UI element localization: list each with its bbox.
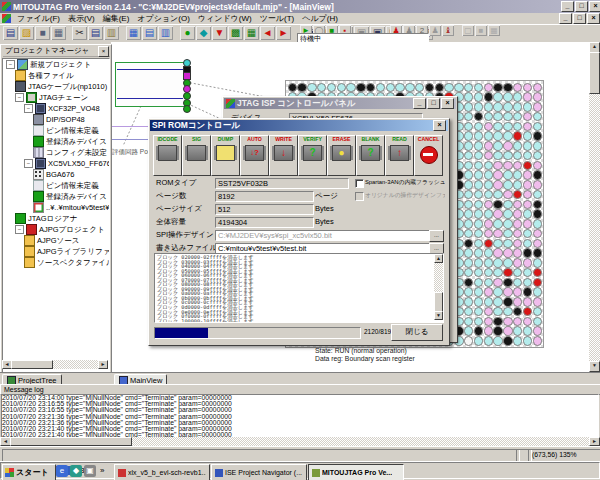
scroll-thumb[interactable] xyxy=(434,292,443,312)
bga-pin[interactable] xyxy=(533,112,543,122)
bga-pin[interactable] xyxy=(533,200,543,210)
bga-pin[interactable] xyxy=(464,102,474,112)
bga-pin[interactable] xyxy=(503,326,513,336)
bga-pin[interactable] xyxy=(533,326,543,336)
bga-pin[interactable] xyxy=(474,122,484,132)
bga-pin[interactable] xyxy=(533,190,543,200)
bga-pin[interactable] xyxy=(533,170,543,180)
spi-log-listbox[interactable]: ブロック 020000-02ffffを消去しますブロック 030000-03ff… xyxy=(154,253,444,323)
tree-expander-icon[interactable]: − xyxy=(15,225,24,234)
project-panel-close-icon[interactable]: × xyxy=(98,46,109,57)
bga-pin[interactable] xyxy=(484,326,494,336)
menu-item[interactable]: ファイル(F) xyxy=(13,13,64,24)
bga-pin[interactable] xyxy=(493,200,503,210)
bga-pin[interactable] xyxy=(464,190,474,200)
tree-expander-icon[interactable]: − xyxy=(24,104,33,113)
tree-item[interactable]: AJPGライブラリファイル xyxy=(3,246,109,257)
bga-pin[interactable] xyxy=(493,161,503,171)
bga-pin[interactable] xyxy=(493,180,503,190)
stop-scan-icon[interactable]: ▼ xyxy=(212,26,227,40)
bga-pin[interactable] xyxy=(346,83,356,93)
bga-pin[interactable] xyxy=(464,287,474,297)
bga-pin[interactable] xyxy=(484,131,494,141)
window-tile-icon[interactable]: ▦ xyxy=(126,26,141,40)
bga-pin[interactable] xyxy=(503,141,513,151)
bga-pin[interactable] xyxy=(503,219,513,229)
tree-item[interactable]: 各種ファイル xyxy=(3,70,109,81)
project-tree-hscrollbar[interactable]: ◄ ► xyxy=(2,360,108,369)
bga-pin[interactable] xyxy=(503,200,513,210)
message-log-hscrollbar[interactable]: ◄ ► xyxy=(0,437,600,446)
spi-design-field[interactable]: C:¥MJ2DEV¥sys¥spi_xc5vlx50.bit xyxy=(215,230,431,241)
window-cascade-icon[interactable]: ▤ xyxy=(142,26,157,40)
bga-pin[interactable] xyxy=(513,83,523,93)
bga-pin[interactable] xyxy=(493,190,503,200)
bga-pin[interactable] xyxy=(533,141,543,151)
bga-pin[interactable] xyxy=(503,268,513,278)
bga-pin[interactable] xyxy=(523,317,533,327)
isp-maximize-button[interactable]: □ xyxy=(427,98,440,109)
bga-pin[interactable] xyxy=(493,307,503,317)
bga-pin[interactable] xyxy=(484,83,494,93)
save-icon[interactable]: ■ xyxy=(35,26,50,40)
bga-pin[interactable] xyxy=(533,92,543,102)
tree-item[interactable]: −XC5VLX50_FF676 xyxy=(3,158,109,169)
bga-pin[interactable] xyxy=(474,141,484,151)
dump-button[interactable]: DUMP xyxy=(211,135,240,176)
bga-pin[interactable] xyxy=(513,180,523,190)
bga-pin[interactable] xyxy=(464,297,474,307)
maximize-button[interactable]: □ xyxy=(575,1,588,12)
bga-pin[interactable] xyxy=(484,122,494,132)
bga-pin[interactable] xyxy=(513,122,523,132)
bga-pin[interactable] xyxy=(327,83,337,93)
menu-item[interactable]: オプション(O) xyxy=(133,13,194,24)
bga-pin[interactable] xyxy=(484,278,494,288)
bga-pin[interactable] xyxy=(474,170,484,180)
bga-pin[interactable] xyxy=(503,307,513,317)
bga-pin[interactable] xyxy=(503,131,513,141)
bga-pin[interactable] xyxy=(493,258,503,268)
page-count-field[interactable]: 8192 xyxy=(215,191,314,202)
bga-pin[interactable] xyxy=(484,268,494,278)
bga-pin[interactable] xyxy=(493,151,503,161)
tree-item[interactable]: −新規プロジェクト xyxy=(3,59,109,70)
bga-pin[interactable] xyxy=(503,239,513,249)
tree-item[interactable]: −AJPGプロジェクト xyxy=(3,224,109,235)
bga-pin[interactable] xyxy=(484,200,494,210)
bga-pin[interactable] xyxy=(523,200,533,210)
bga-pin[interactable] xyxy=(533,278,543,288)
idcode-button[interactable]: IDCODE xyxy=(153,135,182,176)
bga-pin[interactable] xyxy=(464,83,474,93)
new-icon[interactable]: ▤ xyxy=(3,26,18,40)
bga-pin[interactable] xyxy=(533,209,543,219)
bga-pin[interactable] xyxy=(474,317,484,327)
bga-pin[interactable] xyxy=(523,141,533,151)
bga-pin[interactable] xyxy=(493,278,503,288)
bga-pin[interactable] xyxy=(533,102,543,112)
bga-pin[interactable] xyxy=(533,83,543,93)
probe-icon[interactable]: ◆ xyxy=(196,26,211,40)
bga-pin[interactable] xyxy=(533,161,543,171)
bga-pin[interactable] xyxy=(513,219,523,229)
media-icon[interactable]: ▣ xyxy=(84,465,96,477)
bga-pin[interactable] xyxy=(493,248,503,258)
isp-close-button[interactable]: × xyxy=(441,98,454,109)
bga-pin[interactable] xyxy=(493,336,503,346)
bga-pin[interactable] xyxy=(533,248,543,258)
original-design-checkbox[interactable] xyxy=(355,192,364,201)
bga-pin[interactable] xyxy=(533,239,543,249)
bga-pin[interactable] xyxy=(523,170,533,180)
bga-pin[interactable] xyxy=(533,287,543,297)
scroll-right-icon[interactable]: ► xyxy=(98,360,108,369)
cancel-button[interactable]: CANCEL xyxy=(414,135,443,176)
tree-expander-icon[interactable]: − xyxy=(6,60,15,69)
bga-pin[interactable] xyxy=(493,229,503,239)
bga-pin[interactable] xyxy=(474,131,484,141)
bga-pin[interactable] xyxy=(503,83,513,93)
bga-pin[interactable] xyxy=(484,229,494,239)
bga-pin[interactable] xyxy=(484,151,494,161)
bga-pin[interactable] xyxy=(503,102,513,112)
bga-pin[interactable] xyxy=(523,336,533,346)
bga-pin[interactable] xyxy=(474,219,484,229)
tree-item[interactable]: −JTAGチェーン xyxy=(3,92,109,103)
